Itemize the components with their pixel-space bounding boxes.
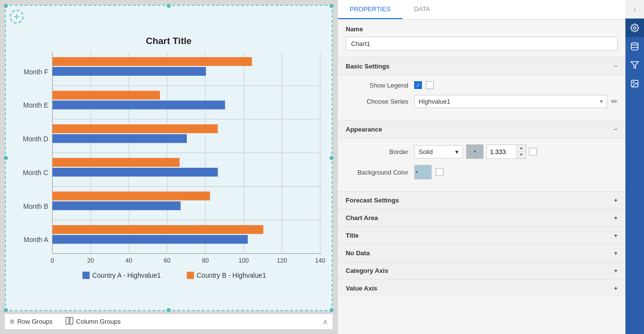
category-axis-section[interactable]: Category Axis +: [338, 262, 625, 279]
sidebar-database-icon[interactable]: [625, 37, 644, 56]
svg-point-48: [634, 27, 636, 29]
bg-color-control: ▾: [414, 165, 618, 179]
border-style-arrow: ▾: [455, 148, 459, 156]
column-groups-icon: [66, 317, 73, 326]
resize-handle-bc[interactable]: [167, 308, 171, 312]
bg-color-label: Background Color: [346, 169, 414, 176]
border-checkbox[interactable]: [529, 148, 537, 156]
row-groups-icon: ≡: [10, 317, 14, 326]
value-axis-section[interactable]: Value Axis +: [338, 279, 625, 297]
resize-handle-ml[interactable]: [4, 156, 8, 160]
border-style-select[interactable]: Solid ▾: [414, 145, 463, 158]
resize-handle-mr[interactable]: [330, 156, 333, 160]
resize-handle-tr[interactable]: [330, 4, 333, 8]
choose-series-control: Highvalue1 ▾ ✏: [414, 95, 618, 108]
svg-text:40: 40: [126, 257, 133, 264]
svg-text:Chart Title: Chart Title: [146, 36, 192, 46]
svg-rect-26: [52, 158, 179, 167]
show-legend-label: Show Legend: [346, 82, 414, 89]
border-width-down[interactable]: ▼: [517, 152, 526, 158]
bottom-bar-left: ≡ Row Groups Column Groups: [10, 317, 323, 326]
show-legend-control: ✓: [414, 81, 618, 89]
no-data-section[interactable]: No Data +: [338, 244, 625, 262]
bg-color-swatch[interactable]: ▾: [414, 165, 432, 179]
name-label: Name: [338, 20, 625, 37]
chart-canvas[interactable]: ✛ Chart Title Mo: [5, 5, 333, 311]
resize-handle-tl[interactable]: [4, 4, 8, 8]
no-data-title: No Data: [346, 249, 370, 257]
svg-text:Month A: Month A: [23, 236, 48, 244]
svg-rect-46: [66, 317, 69, 324]
basic-settings-section: Basic Settings − Show Legend ✓ Choose Se…: [338, 57, 625, 120]
chart-area-section[interactable]: Chart Area +: [338, 209, 625, 226]
column-groups-label[interactable]: Column Groups: [76, 318, 121, 325]
choose-series-value: Highvalue1: [419, 98, 450, 105]
bottom-bar: ≡ Row Groups Column Groups ∧: [5, 313, 333, 329]
svg-rect-21: [52, 101, 225, 110]
bottom-bar-right: ∧: [323, 318, 328, 326]
sidebar-filter-icon[interactable]: [625, 56, 644, 74]
basic-settings-header[interactable]: Basic Settings −: [338, 57, 625, 75]
chevron-up-icon[interactable]: ∧: [323, 318, 328, 326]
svg-marker-50: [631, 62, 639, 68]
choose-series-row: Choose Series Highvalue1 ▾ ✏: [346, 95, 618, 108]
svg-text:100: 100: [239, 257, 249, 264]
chart-area-title: Chart Area: [346, 214, 378, 222]
border-label: Border: [346, 148, 414, 156]
border-row: Border Solid ▾ ▾: [346, 144, 618, 159]
border-width-up[interactable]: ▲: [517, 145, 526, 152]
chart-area: ✛ Chart Title Mo: [0, 0, 337, 334]
show-legend-checkbox2[interactable]: [426, 81, 434, 89]
panel-content: Name Basic Settings − Show Legend ✓: [338, 20, 625, 334]
resize-handle-tc[interactable]: [167, 4, 171, 8]
svg-text:0: 0: [51, 257, 54, 264]
appearance-header[interactable]: Appearance −: [338, 120, 625, 138]
tab-properties[interactable]: PROPERTIES: [338, 0, 402, 19]
svg-rect-30: [52, 201, 180, 210]
forecast-settings-section[interactable]: Forecast Settings +: [338, 191, 625, 209]
svg-rect-44: [187, 272, 194, 279]
move-icon[interactable]: ✛: [10, 10, 23, 23]
border-color-arrow: ▾: [474, 149, 476, 154]
border-width-spinners: ▲ ▼: [516, 145, 526, 158]
sidebar-chevron-right[interactable]: ›: [625, 0, 644, 19]
forecast-settings-title: Forecast Settings: [346, 197, 399, 204]
sidebar-image-settings-icon[interactable]: [625, 74, 644, 93]
resize-handle-br[interactable]: [330, 308, 333, 312]
border-width-input: ▲ ▼: [487, 144, 526, 159]
show-legend-checkbox[interactable]: ✓: [414, 81, 422, 89]
svg-text:Month F: Month F: [23, 68, 48, 76]
svg-rect-42: [82, 272, 89, 279]
choose-series-arrow: ▾: [600, 98, 603, 105]
appearance-collapse-icon: −: [614, 125, 618, 133]
choose-series-select[interactable]: Highvalue1 ▾: [414, 95, 607, 108]
svg-rect-18: [52, 67, 206, 76]
title-section[interactable]: Title +: [338, 226, 625, 244]
svg-point-52: [633, 82, 634, 83]
title-title: Title: [346, 232, 359, 239]
name-input[interactable]: [346, 37, 618, 51]
border-width-field[interactable]: [487, 145, 516, 158]
svg-text:120: 120: [277, 257, 287, 264]
no-data-plus: +: [614, 249, 618, 257]
svg-text:140: 140: [315, 257, 325, 264]
chart-svg: Chart Title Month F: [6, 6, 332, 310]
edit-series-icon[interactable]: ✏: [611, 97, 618, 106]
border-inputs: Solid ▾ ▾ ▲ ▼: [414, 144, 537, 159]
chart-area-plus: +: [614, 214, 618, 222]
choose-series-label: Choose Series: [346, 98, 414, 105]
svg-text:Month B: Month B: [23, 203, 48, 210]
sidebar-gear-icon[interactable]: [625, 19, 644, 37]
svg-point-49: [631, 43, 638, 45]
svg-text:Month E: Month E: [23, 102, 48, 109]
tab-data[interactable]: DATA: [402, 0, 442, 19]
svg-text:Country A - Highvalue1: Country A - Highvalue1: [92, 272, 161, 279]
border-color-picker[interactable]: ▾: [466, 144, 484, 159]
row-groups-label[interactable]: Row Groups: [17, 318, 52, 325]
bg-color-checkbox[interactable]: [436, 168, 444, 176]
basic-settings-collapse-icon: −: [614, 62, 618, 70]
appearance-section: Appearance − Border Solid ▾ ▾: [338, 120, 625, 191]
resize-handle-bl[interactable]: [4, 308, 8, 312]
properties-panel: PROPERTIES DATA Name Basic Settings − Sh…: [337, 0, 625, 334]
svg-text:Month D: Month D: [23, 135, 48, 143]
